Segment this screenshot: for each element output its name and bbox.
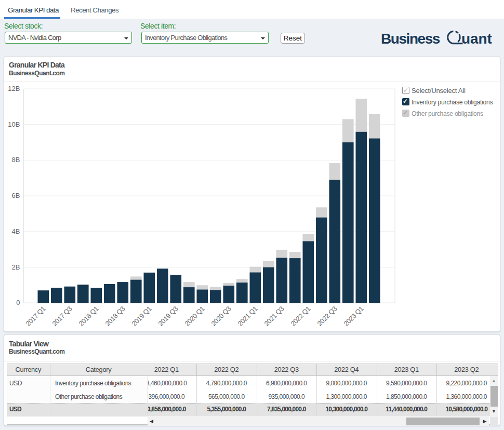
svg-text:6B: 6B <box>12 192 20 199</box>
svg-text:2018 Q3: 2018 Q3 <box>104 305 127 328</box>
svg-text:2022 Q3: 2022 Q3 <box>316 305 339 328</box>
svg-text:2019 Q1: 2019 Q1 <box>130 305 153 328</box>
svg-text:2023 Q1: 2023 Q1 <box>342 305 365 328</box>
svg-text:4B: 4B <box>12 227 20 235</box>
svg-text:2020 Q1: 2020 Q1 <box>183 305 206 328</box>
svg-text:2017 Q1: 2017 Q1 <box>24 305 47 328</box>
svg-text:2022 Q1: 2022 Q1 <box>289 305 312 328</box>
svg-text:0: 0 <box>16 299 20 306</box>
svg-text:2018 Q1: 2018 Q1 <box>77 305 100 328</box>
svg-text:2020 Q3: 2020 Q3 <box>210 305 233 328</box>
svg-text:2019 Q3: 2019 Q3 <box>157 305 180 328</box>
svg-text:2B: 2B <box>12 263 20 271</box>
svg-text:2021 Q3: 2021 Q3 <box>263 305 286 328</box>
svg-text:12B: 12B <box>8 85 20 92</box>
svg-text:2021 Q1: 2021 Q1 <box>236 305 259 328</box>
svg-text:10B: 10B <box>8 120 20 128</box>
svg-text:2017 Q3: 2017 Q3 <box>51 305 74 328</box>
svg-text:8B: 8B <box>12 156 20 164</box>
